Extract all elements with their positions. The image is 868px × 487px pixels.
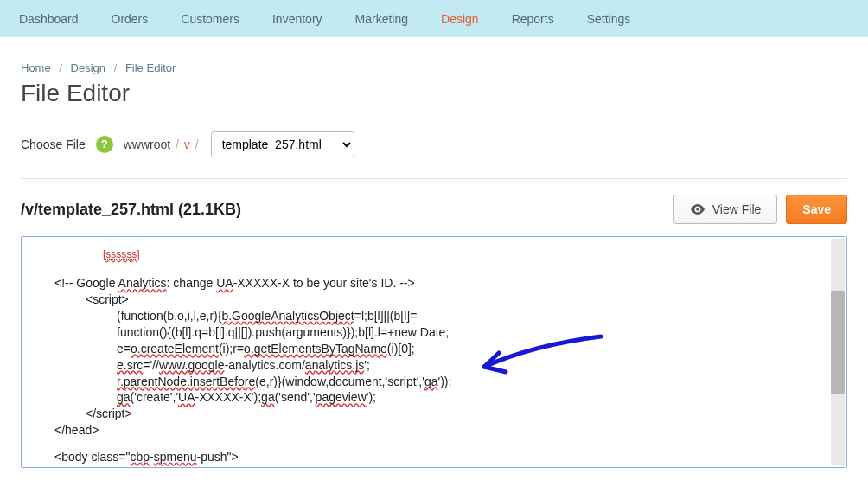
- save-button[interactable]: Save: [786, 195, 847, 224]
- file-title: /v/template_257.html (21.1KB): [21, 201, 241, 219]
- choose-file-label: Choose File: [21, 138, 86, 151]
- nav-marketing[interactable]: Marketing: [355, 12, 408, 26]
- code-line: </script>: [54, 406, 826, 422]
- top-nav: Dashboard Orders Customers Inventory Mar…: [0, 0, 868, 37]
- nav-customers[interactable]: Customers: [181, 12, 239, 26]
- path-sep: /: [176, 138, 179, 151]
- file-path: /v/template_257.html: [21, 201, 174, 218]
- eye-icon: [690, 204, 705, 215]
- scrollbar-thumb[interactable]: [831, 291, 845, 394]
- view-file-label: View File: [712, 202, 762, 216]
- code-line: <!-- Google Analytics: change UA-XXXXX-X…: [54, 275, 826, 292]
- code-line: <body class="cbp-spmenu-push">: [54, 449, 826, 465]
- code-line: <script>: [54, 292, 826, 308]
- nav-settings[interactable]: Settings: [587, 12, 631, 26]
- save-label: Save: [802, 202, 831, 216]
- breadcrumb-sep: /: [114, 61, 118, 74]
- nav-design[interactable]: Design: [441, 12, 479, 26]
- code-line: e.src='//www.google-analytics.com/analyt…: [54, 357, 826, 374]
- path-folder[interactable]: v: [184, 138, 190, 151]
- scrollbar-track[interactable]: [831, 239, 845, 465]
- code-line: ga('create','UA-XXXXX-X');ga('send','pag…: [54, 389, 826, 406]
- path-root: wwwroot: [124, 138, 170, 151]
- choose-file-row: Choose File ? wwwroot / v / template_257…: [21, 131, 847, 157]
- code-editor[interactable]: [ssssss] <!-- Google Analytics: change U…: [21, 236, 847, 468]
- file-size: (21.1KB): [178, 201, 241, 218]
- file-actions: View File Save: [673, 195, 847, 224]
- code-line: function(){(b[l].q=b[l].q||[]).push(argu…: [54, 324, 826, 341]
- code-editor-content[interactable]: [ssssss] <!-- Google Analytics: change U…: [22, 237, 846, 468]
- breadcrumb-home[interactable]: Home: [21, 61, 51, 74]
- nav-orders[interactable]: Orders: [112, 12, 149, 26]
- breadcrumb-design[interactable]: Design: [71, 61, 105, 74]
- breadcrumb-current: File Editor: [125, 61, 176, 74]
- nav-inventory[interactable]: Inventory: [272, 12, 322, 26]
- code-line: e=o.createElement(i);r=o.getElementsByTa…: [54, 341, 826, 357]
- breadcrumb-sep: /: [59, 61, 62, 74]
- nav-reports[interactable]: Reports: [512, 12, 554, 26]
- code-line: <!--[if lt IE 7]>: [54, 465, 826, 468]
- code-fragment: [ssssss]: [103, 247, 140, 261]
- file-select[interactable]: template_257.html: [211, 131, 354, 157]
- breadcrumb: Home / Design / File Editor: [21, 61, 847, 74]
- page-title: File Editor: [21, 80, 847, 107]
- code-line: r.parentNode.insertBefore(e,r)}(window,d…: [54, 374, 826, 390]
- divider: [21, 178, 847, 179]
- help-icon[interactable]: ?: [96, 136, 113, 153]
- nav-dashboard[interactable]: Dashboard: [19, 12, 79, 26]
- path-sep: /: [195, 138, 199, 151]
- code-line: (function(b,o,i,l,e,r){b.GoogleAnalytics…: [54, 308, 826, 324]
- svg-point-0: [696, 208, 699, 211]
- code-line: </head>: [54, 422, 826, 439]
- view-file-button[interactable]: View File: [673, 195, 778, 224]
- file-header: /v/template_257.html (21.1KB) View File …: [21, 195, 847, 224]
